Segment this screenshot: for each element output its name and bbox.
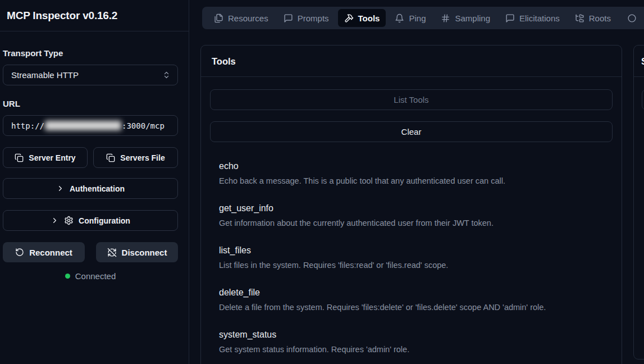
tool-description: List files in the system. Requires 'file… (219, 260, 604, 271)
chevrons-up-down-icon (162, 71, 171, 79)
servers-file-label: Servers File (120, 153, 165, 162)
url-label: URL (3, 99, 178, 108)
tool-item-list-files[interactable]: list_files List files in the system. Req… (219, 244, 604, 271)
tool-description: Echo back a message. This is a public to… (219, 175, 604, 186)
disconnect-button[interactable]: Disconnect (96, 242, 178, 262)
tab-label: Sampling (455, 13, 490, 23)
tool-list: echo Echo back a message. This is a publ… (210, 160, 613, 355)
tab-label: Ping (409, 13, 426, 23)
message-square-icon (505, 13, 515, 23)
tools-panel-title: Tools (201, 46, 622, 77)
tool-item-get-user-info[interactable]: get_user_info Get information about the … (219, 202, 604, 229)
tool-description: Delete a file from the system. Requires … (219, 302, 604, 313)
chevron-right-icon (51, 216, 59, 225)
selected-tool-panel: S (633, 45, 644, 360)
transport-type-label: Transport Type (3, 48, 178, 58)
folder-tree-icon (575, 13, 584, 23)
hash-icon (441, 13, 450, 23)
configuration-toggle[interactable]: Configuration (3, 210, 178, 231)
files-icon (214, 13, 223, 23)
tool-name: list_files (219, 244, 604, 257)
sidebar-header: MCP Inspector v0.16.2 (0, 0, 189, 31)
url-suffix: :3000/mcp (122, 121, 165, 130)
server-entry-label: Server Entry (29, 153, 75, 162)
tool-name: system_status (219, 329, 604, 341)
partial-circle-icon (627, 13, 637, 23)
chevron-right-icon (56, 184, 65, 193)
tab-elicitations[interactable]: Elicitations (499, 9, 566, 27)
bell-icon (395, 13, 404, 23)
tools-panel: Tools List Tools Clear echo Echo back a … (200, 45, 622, 364)
list-tools-button[interactable]: List Tools (210, 89, 613, 110)
hammer-icon (344, 13, 354, 23)
disconnect-label: Disconnect (122, 248, 167, 257)
tool-name: echo (219, 160, 604, 172)
url-prefix: http:// (11, 121, 44, 130)
selected-tool-panel-content (634, 77, 644, 119)
tab-tools[interactable]: Tools (338, 9, 386, 27)
rotate-ccw-icon (15, 248, 24, 257)
reconnect-button[interactable]: Reconnect (3, 242, 85, 262)
tab-label: Resources (228, 13, 268, 23)
tool-name: get_user_info (219, 202, 604, 215)
app-title: MCP Inspector v0.16.2 (7, 10, 182, 22)
sidebar: MCP Inspector v0.16.2 Transport Type Str… (0, 0, 189, 364)
configuration-label: Configuration (79, 216, 130, 225)
server-buttons-row: Server Entry Servers File (3, 147, 178, 168)
url-input[interactable]: http://:3000/mcp (3, 115, 178, 136)
refresh-off-icon (107, 248, 117, 257)
message-square-icon (284, 13, 293, 23)
clear-button[interactable]: Clear (210, 121, 613, 142)
sidebar-body: Transport Type Streamable HTTP URL http:… (0, 31, 189, 281)
servers-file-button[interactable]: Servers File (93, 147, 178, 168)
tab-label: Tools (358, 13, 380, 23)
top-nav: Resources Prompts Tools Ping Sampling (202, 7, 644, 29)
status-dot (65, 274, 70, 279)
selected-tool-panel-title: S (634, 46, 644, 77)
tool-name: delete_file (219, 286, 604, 299)
redacted-host (45, 121, 121, 130)
tab-roots[interactable]: Roots (569, 9, 617, 27)
tool-description: Get information about the currently auth… (219, 217, 604, 229)
tools-panel-content: List Tools Clear echo Echo back a messag… (201, 77, 622, 364)
connection-buttons-row: Reconnect Disconnect (3, 242, 178, 262)
app-root: MCP Inspector v0.16.2 Transport Type Str… (0, 0, 644, 364)
tab-sampling[interactable]: Sampling (435, 9, 496, 27)
tab-prompts[interactable]: Prompts (277, 9, 335, 27)
tool-description: Get system status information. Requires … (219, 344, 604, 355)
tab-label: Roots (589, 13, 611, 23)
tab-partial[interactable] (621, 9, 643, 27)
reconnect-label: Reconnect (29, 248, 72, 257)
transport-type-value: Streamable HTTP (11, 70, 79, 80)
copy-icon (106, 153, 115, 162)
status-label: Connected (75, 271, 116, 281)
selected-tool-box[interactable] (642, 89, 644, 110)
tool-item-echo[interactable]: echo Echo back a message. This is a publ… (219, 160, 604, 186)
tab-resources[interactable]: Resources (208, 9, 275, 27)
gear-icon (64, 216, 74, 225)
tool-item-system-status[interactable]: system_status Get system status informat… (219, 329, 604, 355)
tab-label: Prompts (298, 13, 329, 23)
connection-status: Connected (3, 271, 178, 281)
tab-label: Elicitations (519, 13, 560, 23)
server-entry-button[interactable]: Server Entry (3, 147, 88, 168)
copy-icon (15, 153, 24, 162)
tab-ping[interactable]: Ping (389, 9, 432, 27)
transport-type-select[interactable]: Streamable HTTP (3, 65, 178, 85)
authentication-toggle[interactable]: Authentication (3, 178, 178, 199)
tool-item-delete-file[interactable]: delete_file Delete a file from the syste… (219, 286, 604, 313)
authentication-label: Authentication (70, 184, 125, 193)
